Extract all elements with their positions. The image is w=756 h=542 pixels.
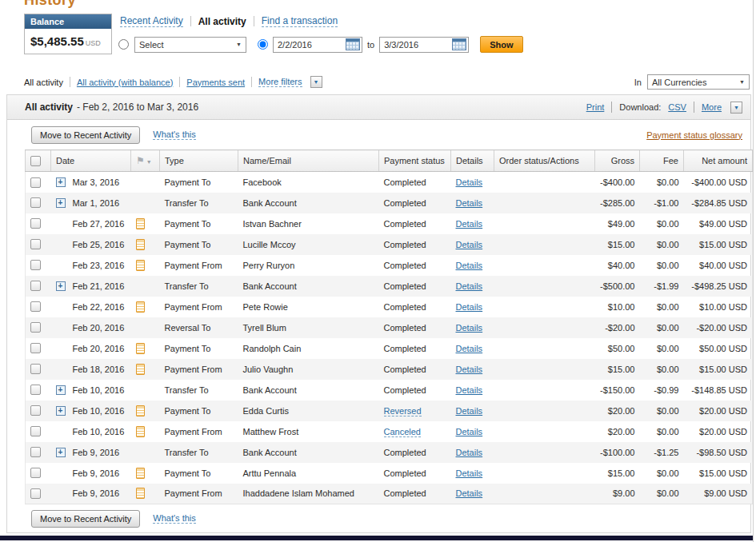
row-checkbox[interactable] <box>30 301 41 312</box>
row-checkbox[interactable] <box>30 281 41 291</box>
row-checkbox[interactable] <box>30 385 41 395</box>
table-row: + Feb 10, 2016 Transfer To Bank Account … <box>26 380 753 401</box>
row-checkbox[interactable] <box>30 468 41 478</box>
tab-all-activity[interactable]: All activity <box>198 16 246 27</box>
details-link[interactable]: Details <box>456 365 483 374</box>
date-cell: + Feb 10, 2016 <box>51 401 131 421</box>
row-checkbox[interactable] <box>30 322 41 333</box>
order-status-cell <box>494 255 595 276</box>
whats-this-link[interactable]: What's this <box>153 513 195 524</box>
select-all-checkbox[interactable] <box>30 156 41 166</box>
memo-icon[interactable] <box>136 364 145 375</box>
order-status-cell <box>494 213 595 234</box>
details-link[interactable]: Details <box>456 302 483 312</box>
header-date: Date <box>51 150 131 172</box>
payment-status[interactable]: Canceled <box>384 427 421 437</box>
more-chevron[interactable]: ▼ <box>730 102 742 114</box>
date-value: Feb 9, 2016 <box>73 448 120 457</box>
expand-icon[interactable]: + <box>56 198 66 208</box>
currency-select[interactable]: All Currencies ▼ <box>647 74 750 90</box>
whats-this-link[interactable]: What's this <box>153 130 195 140</box>
details-link[interactable]: Details <box>456 344 483 353</box>
details-link[interactable]: Details <box>456 488 483 498</box>
details-link[interactable]: Details <box>456 427 483 436</box>
expand-icon[interactable]: + <box>56 406 66 416</box>
details-link[interactable]: Details <box>456 240 483 249</box>
more-link[interactable]: More <box>702 102 722 112</box>
memo-icon[interactable] <box>136 239 145 250</box>
type-cell: Payment To <box>160 234 238 255</box>
row-checkbox[interactable] <box>30 218 41 229</box>
row-checkbox[interactable] <box>30 197 41 208</box>
details-link[interactable]: Details <box>456 448 483 457</box>
details-link[interactable]: Details <box>456 261 483 270</box>
more-filters-link[interactable]: More filters <box>258 77 302 87</box>
expand-icon[interactable]: + <box>56 448 66 457</box>
date-range-radio[interactable] <box>258 39 268 50</box>
details-link[interactable]: Details <box>456 219 483 229</box>
memo-icon[interactable] <box>136 405 145 416</box>
table-row: + Feb 9, 2016 Payment From Ihaddadene Is… <box>26 484 753 504</box>
header-flag-cell[interactable]: ⚑▼ <box>131 150 160 172</box>
period-select[interactable]: Select ▼ <box>134 37 246 53</box>
details-link[interactable]: Details <box>456 198 483 208</box>
tab-find-transaction[interactable]: Find a transaction <box>262 15 338 27</box>
status-cell: Canceled <box>379 421 451 442</box>
order-status-cell <box>494 193 595 213</box>
date-value: Mar 1, 2016 <box>73 198 120 208</box>
details-link[interactable]: Details <box>456 323 483 333</box>
move-to-recent-button[interactable]: Move to Recent Activity <box>31 510 140 528</box>
row-checkbox-cell <box>26 338 51 359</box>
filter-payments-sent-link[interactable]: Payments sent <box>186 78 245 87</box>
gross-cell: $49.00 <box>595 213 640 234</box>
memo-icon[interactable] <box>136 468 145 479</box>
details-link[interactable]: Details <box>456 177 483 187</box>
calendar-icon[interactable] <box>346 38 360 50</box>
row-checkbox[interactable] <box>30 260 41 270</box>
memo-icon[interactable] <box>136 426 145 437</box>
row-checkbox-cell <box>26 442 51 463</box>
calendar-icon[interactable] <box>452 38 466 50</box>
row-checkbox-cell <box>26 380 51 401</box>
date-cell: + Feb 18, 2016 <box>51 359 131 380</box>
bottom-toolbar: Move to Recent Activity What's this <box>7 504 750 532</box>
memo-icon[interactable] <box>136 343 145 354</box>
table-row: + Feb 25, 2016 Payment To Lucille Mccoy … <box>26 234 753 255</box>
row-checkbox[interactable] <box>30 405 41 416</box>
move-to-recent-button[interactable]: Move to Recent Activity <box>31 126 140 144</box>
details-link[interactable]: Details <box>456 385 483 395</box>
tab-recent-activity[interactable]: Recent Activity <box>120 15 183 27</box>
details-link[interactable]: Details <box>456 281 483 291</box>
date-cell: + Mar 3, 2016 <box>51 172 131 193</box>
row-checkbox[interactable] <box>30 177 41 188</box>
order-status-cell <box>494 338 595 359</box>
expand-icon[interactable]: + <box>56 385 66 395</box>
payment-status-glossary-link[interactable]: Payment status glossary <box>646 130 742 140</box>
details-link[interactable]: Details <box>456 406 483 416</box>
row-checkbox[interactable] <box>30 488 41 499</box>
memo-icon[interactable] <box>136 260 145 271</box>
memo-icon[interactable] <box>136 301 145 313</box>
row-checkbox[interactable] <box>30 426 41 436</box>
filter-with-balance-link[interactable]: All activity (with balance) <box>77 78 173 87</box>
details-link[interactable]: Details <box>456 468 483 478</box>
row-checkbox[interactable] <box>30 343 41 353</box>
download-csv-link[interactable]: CSV <box>668 102 686 112</box>
row-checkbox[interactable] <box>30 364 41 374</box>
row-checkbox[interactable] <box>30 447 41 457</box>
expand-icon[interactable]: + <box>56 177 66 187</box>
expand-icon[interactable]: + <box>56 281 66 291</box>
preset-period-radio[interactable] <box>118 39 129 50</box>
header-fee: Fee <box>640 150 684 172</box>
to-date-field[interactable]: 3/3/2016 <box>379 37 469 53</box>
status-cell: Completed <box>379 255 451 276</box>
memo-icon[interactable] <box>136 488 145 499</box>
fee-cell: -$1.00 <box>640 193 684 213</box>
more-filters-chevron[interactable]: ▼ <box>310 76 322 88</box>
row-checkbox[interactable] <box>30 239 41 249</box>
memo-icon[interactable] <box>136 218 145 229</box>
from-date-field[interactable]: 2/2/2016 <box>273 37 362 53</box>
payment-status[interactable]: Reversed <box>384 406 422 416</box>
print-link[interactable]: Print <box>586 102 605 112</box>
show-button[interactable]: Show <box>480 36 522 53</box>
